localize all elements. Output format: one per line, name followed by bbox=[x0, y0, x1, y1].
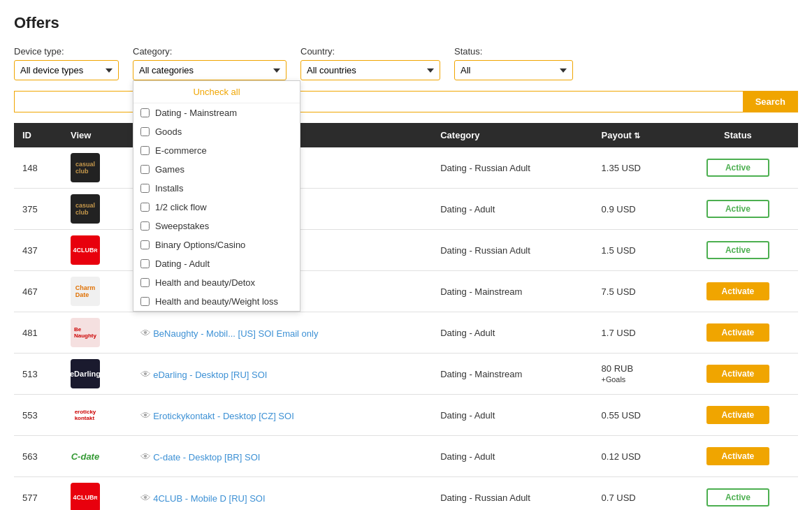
cell-category: Dating - Adult bbox=[432, 436, 593, 477]
cell-payout: 0.9 USD bbox=[593, 189, 678, 230]
checkbox-games[interactable] bbox=[140, 165, 150, 174]
cell-status: Active bbox=[678, 230, 798, 271]
table-body: 148 casualclub 👁 Casual Club desk... Dat… bbox=[14, 147, 798, 510]
table-row: 375 casualclub 👁 Casual Club - Des... Da… bbox=[14, 189, 798, 230]
activate-button[interactable]: Activate bbox=[706, 323, 769, 342]
category-filter: Category: All categories Uncheck all Dat… bbox=[133, 46, 287, 80]
cell-status: Activate bbox=[678, 395, 798, 436]
cell-category: Dating - Russian Adult bbox=[432, 230, 593, 271]
checkbox-installs[interactable] bbox=[140, 184, 150, 193]
cell-logo: 4CLUBR bbox=[62, 477, 132, 511]
checkbox-health-detox[interactable] bbox=[140, 278, 150, 287]
activate-button[interactable]: Activate bbox=[706, 282, 769, 300]
cell-payout: 0.55 USD bbox=[593, 395, 678, 436]
offer-logo: casualclub bbox=[71, 153, 100, 182]
checkbox-binary[interactable] bbox=[140, 240, 150, 249]
dropdown-item-binary[interactable]: Binary Options/Casino bbox=[133, 235, 300, 254]
country-select[interactable]: All countries bbox=[300, 60, 440, 80]
checkbox-ecommerce[interactable] bbox=[140, 146, 150, 155]
cell-id: 481 bbox=[14, 312, 62, 354]
col-status: Status bbox=[678, 123, 798, 147]
cell-status: Activate bbox=[678, 436, 798, 477]
eye-icon[interactable]: 👁 bbox=[140, 451, 151, 462]
status-active-badge: Active bbox=[706, 200, 769, 218]
checkbox-goods[interactable] bbox=[140, 127, 150, 136]
dropdown-item-dating-adult[interactable]: Dating - Adult bbox=[133, 254, 300, 273]
checkbox-dating-adult[interactable] bbox=[140, 259, 150, 268]
dropdown-item-installs[interactable]: Installs bbox=[133, 179, 300, 198]
activate-button[interactable]: Activate bbox=[706, 447, 769, 465]
dropdown-item-goods[interactable]: Goods bbox=[133, 122, 300, 141]
cell-status: Activate bbox=[678, 312, 798, 354]
cell-name: 👁 C-date - Desktop [BR] SOI bbox=[132, 436, 433, 477]
search-button[interactable]: Search bbox=[743, 91, 798, 112]
search-bar: Search bbox=[14, 91, 798, 112]
cell-status: Activate bbox=[678, 354, 798, 395]
cell-logo: casualclub bbox=[62, 189, 132, 230]
cell-id: 437 bbox=[14, 230, 62, 271]
offer-logo: 4CLUBR bbox=[71, 235, 100, 265]
eye-icon[interactable]: 👁 bbox=[140, 368, 151, 380]
activate-button[interactable]: Activate bbox=[706, 365, 769, 383]
offer-link[interactable]: 4CLUB - Mobile D [RU] SOI bbox=[153, 493, 265, 504]
cell-status: Active bbox=[678, 147, 798, 189]
dropdown-item-health-detox[interactable]: Health and beauty/Detox bbox=[133, 273, 300, 292]
checkbox-halfclick[interactable] bbox=[140, 203, 150, 212]
cell-id: 553 bbox=[14, 395, 62, 436]
status-active-badge: Active bbox=[706, 241, 769, 259]
offer-link[interactable]: eDarling - Desktop [RU] SOI bbox=[153, 370, 267, 380]
status-select[interactable]: All Active Inactive bbox=[454, 60, 573, 80]
country-filter: Country: All countries bbox=[300, 46, 440, 80]
uncheck-all-button[interactable]: Uncheck all bbox=[133, 81, 300, 103]
table-row: 513 eDarling 👁 eDarling - Desktop [RU] S… bbox=[14, 354, 798, 395]
cell-id: 375 bbox=[14, 189, 62, 230]
dropdown-item-health-weight[interactable]: Health and beauty/Weight loss bbox=[133, 292, 300, 311]
table-header-row: ID View Category Payout Status bbox=[14, 123, 798, 147]
cell-category: Dating - Mainstream bbox=[432, 271, 593, 312]
table-row: 553 erotickykontakt 👁 Erotickykontakt - … bbox=[14, 395, 798, 436]
offer-logo: 4CLUBR bbox=[71, 483, 100, 510]
checkbox-sweepstakes[interactable] bbox=[140, 221, 150, 231]
cell-category: Dating - Adult bbox=[432, 395, 593, 436]
cell-id: 577 bbox=[14, 477, 62, 511]
col-id: ID bbox=[14, 123, 62, 147]
offer-link[interactable]: C-date - Desktop [BR] SOI bbox=[153, 452, 260, 462]
cell-payout: 1.5 USD bbox=[593, 230, 678, 271]
category-select[interactable]: All categories bbox=[133, 60, 287, 80]
offer-link[interactable]: Erotickykontakt - Desktop [CZ] SOI bbox=[153, 411, 294, 421]
status-active-badge: Active bbox=[706, 159, 769, 177]
offers-table: ID View Category Payout Status 148 casua… bbox=[14, 123, 798, 510]
category-dropdown-menu: Uncheck all Dating - Mainstream Goods E-… bbox=[133, 80, 300, 312]
checkbox-health-weight[interactable] bbox=[140, 297, 150, 306]
eye-icon[interactable]: 👁 bbox=[140, 409, 151, 421]
col-view: View bbox=[62, 123, 132, 147]
table-row: 148 casualclub 👁 Casual Club desk... Dat… bbox=[14, 147, 798, 189]
col-payout[interactable]: Payout bbox=[593, 123, 678, 147]
dropdown-item-ecommerce[interactable]: E-commerce bbox=[133, 141, 300, 160]
cell-logo: casualclub bbox=[62, 147, 132, 189]
activate-button[interactable]: Activate bbox=[706, 406, 769, 424]
col-category: Category bbox=[432, 123, 593, 147]
cell-id: 513 bbox=[14, 354, 62, 395]
cell-category: Dating - Russian Adult bbox=[432, 477, 593, 511]
cell-status: Active bbox=[678, 477, 798, 511]
cell-id: 467 bbox=[14, 271, 62, 312]
cell-name: 👁 eDarling - Desktop [RU] SOI bbox=[132, 354, 433, 395]
offer-link[interactable]: BeNaughty - Mobil... [US] SOI Email only bbox=[153, 328, 318, 339]
cell-logo: 4CLUBR bbox=[62, 230, 132, 271]
checkbox-dating-mainstream[interactable] bbox=[140, 108, 150, 117]
dropdown-item-dating-mainstream[interactable]: Dating - Mainstream bbox=[133, 103, 300, 122]
dropdown-item-games[interactable]: Games bbox=[133, 160, 300, 179]
eye-icon[interactable]: 👁 bbox=[140, 492, 151, 504]
search-input[interactable] bbox=[14, 91, 743, 112]
device-type-select[interactable]: All device types Desktop Mobile Tablet bbox=[14, 60, 119, 80]
cell-payout: 1.7 USD bbox=[593, 312, 678, 354]
cell-category: Dating - Mainstream bbox=[432, 354, 593, 395]
device-type-label: Device type: bbox=[14, 46, 119, 57]
eye-icon[interactable]: 👁 bbox=[140, 327, 151, 339]
cell-name: 👁 BeNaughty - Mobil... [US] SOI Email on… bbox=[132, 312, 433, 354]
table-row: 563 C-date 👁 C-date - Desktop [BR] SOI D… bbox=[14, 436, 798, 477]
status-active-badge: Active bbox=[706, 488, 769, 507]
dropdown-item-halfclick[interactable]: 1/2 click flow bbox=[133, 198, 300, 217]
dropdown-item-sweepstakes[interactable]: Sweepstakes bbox=[133, 217, 300, 235]
